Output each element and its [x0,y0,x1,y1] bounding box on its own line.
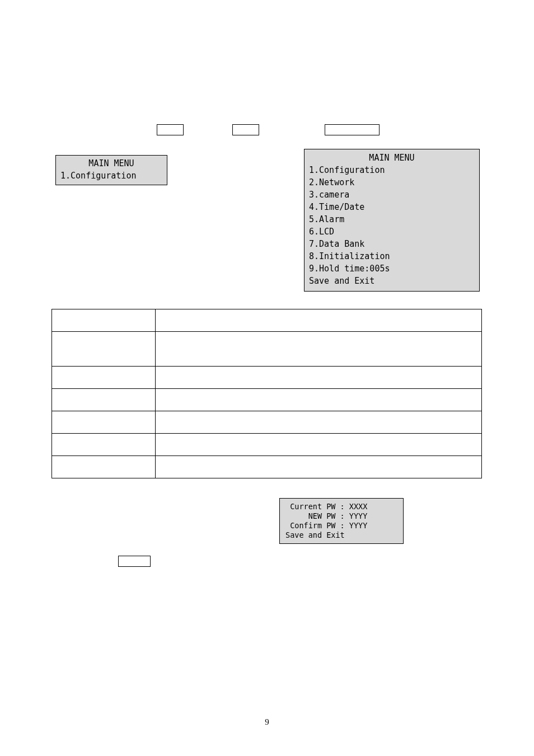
right-main-menu-panel: MAIN MENU 1.Configuration 2.Network 3.ca… [304,149,480,292]
table-row [52,389,482,411]
table-row [52,411,482,434]
menu-item: 5.Alarm [309,213,475,226]
table-row [52,367,482,389]
pw-line: NEW PW : YYYY [285,511,367,520]
table-row [52,434,482,456]
small-box-b [232,124,259,135]
small-box-c [325,124,380,135]
page-number: 9 [0,717,534,727]
password-change-panel: Current PW : XXXX NEW PW : YYYY Confirm … [279,498,404,544]
menu-item: 9.Hold time:005s [309,262,475,275]
table-row [52,332,482,367]
menu-item: 8.Initialization [309,250,475,262]
right-panel-title: MAIN MENU [309,152,475,164]
left-panel-title: MAIN MENU [60,157,162,170]
table-row [52,456,482,478]
document-page: MAIN MENU 1.Configuration MAIN MENU 1.Co… [0,0,534,756]
menu-item: Save and Exit [309,275,475,287]
pw-line: Current PW : XXXX [285,502,367,511]
left-panel-line: 1.Configuration [60,170,162,182]
lone-small-box [118,556,151,567]
menu-item: 6.LCD [309,226,475,238]
description-table [51,309,482,478]
pw-line: Confirm PW : YYYY [285,521,367,530]
menu-item: 7.Data Bank [309,238,475,250]
table-row [52,309,482,332]
small-box-a [157,124,184,135]
menu-item: 3.camera [309,189,475,201]
pw-line: Save and Exit [285,530,345,539]
menu-item: 1.Configuration [309,164,475,176]
menu-item: 4.Time/Date [309,201,475,213]
menu-item: 2.Network [309,176,475,189]
left-main-menu-panel: MAIN MENU 1.Configuration [55,155,167,185]
